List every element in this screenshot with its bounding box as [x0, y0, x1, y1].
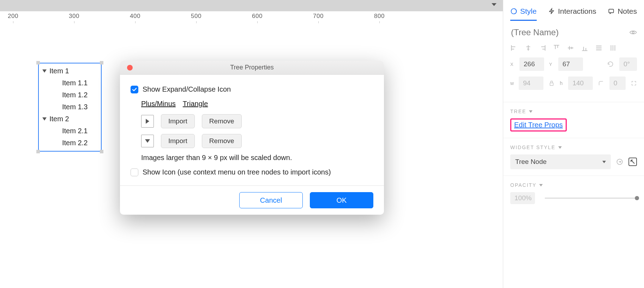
rotate-icon[interactable]: [607, 60, 614, 68]
plus-minus-link[interactable]: Plus/Minus: [141, 100, 176, 108]
svg-rect-3: [550, 83, 553, 85]
triangle-right-icon: [146, 119, 149, 124]
show-icon-label: Show Icon (use context menu on tree node…: [143, 168, 331, 176]
tree-node[interactable]: Item 2.2: [41, 137, 97, 149]
ruler-tick: 400: [130, 11, 140, 21]
caret-down-icon[interactable]: [42, 69, 47, 73]
align-right-icon[interactable]: [538, 44, 546, 52]
rotation-field[interactable]: [619, 57, 637, 71]
tree-widget[interactable]: Item 1Item 1.1Item 1.2Item 1.3Item 2Item…: [38, 63, 102, 152]
ruler-tick: 800: [374, 11, 385, 21]
widget-style-dropdown[interactable]: Tree Node: [510, 154, 611, 169]
distribute-v-icon[interactable]: [609, 44, 617, 52]
close-icon[interactable]: [127, 65, 133, 71]
tab-interactions-label: Interactions: [558, 7, 596, 16]
align-top-icon[interactable]: [553, 44, 560, 52]
resize-handle-bl[interactable]: [36, 150, 40, 153]
w-label: w: [510, 80, 514, 86]
dialog-titlebar[interactable]: Tree Properties: [120, 61, 384, 75]
tab-notes-label: Notes: [618, 7, 637, 16]
opacity-slider[interactable]: [545, 198, 637, 198]
dialog-title: Tree Properties: [120, 64, 384, 71]
tab-interactions[interactable]: Interactions: [548, 4, 596, 21]
tree-node-label: Item 2.2: [62, 137, 88, 149]
chevron-down-icon: [602, 161, 606, 163]
lock-icon[interactable]: [548, 79, 555, 87]
collapsed-remove-button[interactable]: Remove: [202, 114, 242, 128]
tree-node[interactable]: Item 2: [41, 113, 97, 125]
resize-handle-tr[interactable]: [100, 61, 103, 65]
h-field[interactable]: [568, 76, 593, 90]
ruler-tick: 200: [8, 11, 18, 21]
tree-node-label: Item 1.2: [62, 89, 88, 101]
fullscreen-icon[interactable]: [631, 79, 637, 87]
align-bottom-icon[interactable]: [581, 44, 589, 52]
chevron-down-icon: [558, 146, 562, 149]
cancel-button[interactable]: Cancel: [239, 192, 303, 208]
show-icon-checkbox[interactable]: [131, 168, 138, 176]
expanded-icon-preview[interactable]: [141, 135, 154, 147]
tree-node-label: Item 1: [49, 65, 69, 77]
tab-style[interactable]: Style: [510, 4, 537, 21]
widget-name-input[interactable]: [510, 27, 629, 38]
svg-point-2: [632, 31, 634, 33]
expanded-remove-button[interactable]: Remove: [202, 134, 242, 148]
opacity-section: OPACITY 100%: [503, 176, 644, 210]
create-style-icon[interactable]: [628, 158, 637, 166]
tab-notes[interactable]: Notes: [608, 4, 637, 21]
triangle-link[interactable]: Triangle: [183, 100, 208, 108]
tree-node-label: Item 1.1: [62, 77, 88, 89]
horizontal-ruler: 200300400500600700800: [0, 0, 503, 21]
scale-hint: Images larger than 9 × 9 px will be scal…: [141, 154, 373, 162]
tree-widget-selection[interactable]: Item 1Item 1.1Item 1.2Item 1.3Item 2Item…: [38, 63, 102, 152]
tree-node[interactable]: Item 1: [41, 65, 97, 77]
tree-section-head[interactable]: TREE: [510, 109, 637, 114]
corner-radius-icon: [598, 79, 604, 87]
edit-tree-props-highlight: Edit Tree Props: [510, 118, 567, 131]
svg-rect-1: [609, 9, 613, 13]
opacity-field[interactable]: 100%: [510, 192, 535, 204]
y-field[interactable]: [558, 57, 583, 71]
distribute-h-icon[interactable]: [595, 44, 603, 52]
ruler-header: [0, 0, 503, 11]
widget-style-head[interactable]: WIDGET STYLE: [510, 145, 637, 150]
tree-node[interactable]: Item 1.2: [41, 89, 97, 101]
x-field[interactable]: [519, 57, 544, 71]
align-center-v-icon[interactable]: [567, 44, 574, 52]
alignment-toolbar: [503, 41, 644, 55]
w-field[interactable]: [519, 76, 543, 90]
ruler-tick: 300: [69, 11, 79, 21]
caret-down-icon[interactable]: [42, 117, 47, 121]
properties-panel: Style Interactions Notes: [503, 0, 644, 288]
align-left-icon[interactable]: [510, 44, 518, 52]
ok-button[interactable]: OK: [310, 192, 373, 208]
update-style-icon[interactable]: [616, 158, 624, 166]
ruler-tick: 500: [191, 11, 201, 21]
radius-field[interactable]: [609, 76, 626, 90]
collapsed-icon-preview[interactable]: [141, 115, 154, 128]
chevron-down-icon: [529, 110, 532, 113]
align-center-h-icon[interactable]: [524, 44, 532, 52]
expanded-import-button[interactable]: Import: [161, 134, 195, 148]
show-expand-collapse-checkbox[interactable]: [131, 86, 138, 93]
ruler-tick: 600: [252, 11, 263, 21]
resize-handle-tl[interactable]: [36, 61, 40, 65]
y-label: Y: [549, 62, 553, 67]
h-label: H: [560, 80, 563, 86]
tree-section: TREE Edit Tree Props: [503, 102, 644, 138]
widget-style-section: WIDGET STYLE Tree Node: [503, 138, 644, 176]
canvas-area[interactable]: 200300400500600700800 Item 1Item 1.1Item…: [0, 0, 503, 288]
collapsed-import-button[interactable]: Import: [161, 114, 195, 128]
tab-style-label: Style: [520, 7, 537, 16]
tree-properties-dialog: Tree Properties Show Expand/Collapse Ico…: [120, 61, 384, 215]
resize-handle-br[interactable]: [100, 150, 103, 153]
tree-node[interactable]: Item 2.1: [41, 125, 97, 137]
visibility-icon[interactable]: [629, 28, 637, 37]
tree-node[interactable]: Item 1.3: [41, 101, 97, 113]
opacity-head[interactable]: OPACITY: [510, 182, 637, 188]
tree-node-label: Item 2: [49, 113, 69, 125]
tree-node[interactable]: Item 1.1: [41, 77, 97, 89]
tree-node-label: Item 1.3: [62, 101, 88, 113]
edit-tree-props-link[interactable]: Edit Tree Props: [514, 121, 563, 129]
chevron-down-icon: [539, 184, 543, 186]
